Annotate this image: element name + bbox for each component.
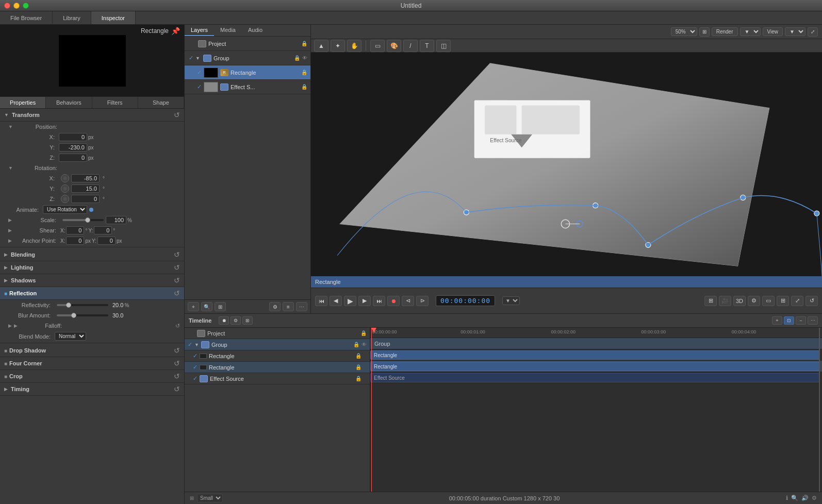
drop-shadow-header[interactable]: ■ Drop Shadow ↺ bbox=[0, 344, 184, 357]
add-layer-btn[interactable]: + bbox=[188, 302, 199, 311]
four-corner-reset[interactable]: ↺ bbox=[174, 359, 180, 367]
playhead-marker[interactable] bbox=[371, 328, 376, 333]
go-to-end-btn[interactable]: ⏭ bbox=[373, 296, 385, 306]
tl-effect-bar[interactable]: Effect Source bbox=[370, 373, 820, 382]
layer-rectangle[interactable]: ✓ R Rectangle 🔒 bbox=[185, 65, 310, 80]
paint-tool[interactable]: 🎨 bbox=[387, 40, 401, 52]
tl-effect-check[interactable]: ✓ bbox=[193, 375, 198, 382]
timeline-fit-btn[interactable]: ⊡ bbox=[784, 316, 794, 325]
expand-canvas-btn[interactable]: ⤢ bbox=[808, 27, 818, 37]
canvas-settings-btn[interactable]: ⊞ bbox=[704, 296, 717, 306]
blur-slider[interactable] bbox=[57, 314, 108, 316]
pin-icon[interactable]: 📌 bbox=[171, 27, 180, 35]
pos-y-input[interactable] bbox=[59, 143, 87, 152]
layer-settings-btn[interactable]: ⚙ bbox=[269, 302, 281, 311]
pan-tool[interactable]: ✋ bbox=[347, 40, 361, 52]
size-select[interactable]: Small bbox=[197, 494, 223, 502]
timeline-rect2-row[interactable]: ✓ Rectangle 🔒 bbox=[185, 362, 370, 373]
next-keyframe-btn[interactable]: ⊳ bbox=[416, 296, 429, 306]
layer-project[interactable]: Project 🔒 bbox=[185, 37, 310, 51]
timeline-more[interactable]: ⋯ bbox=[808, 316, 818, 325]
tl-group-check[interactable]: ✓ bbox=[188, 341, 192, 348]
scale-input[interactable] bbox=[106, 216, 126, 224]
tab-filters[interactable]: Filters bbox=[92, 97, 138, 108]
canvas-extra-btn[interactable]: ⚙ bbox=[748, 296, 760, 306]
status-volume-icon[interactable]: 🔊 bbox=[801, 495, 809, 501]
tl-rect1-check[interactable]: ✓ bbox=[193, 352, 198, 359]
timecode-format-select[interactable]: ▼ bbox=[502, 296, 520, 305]
tab-layers[interactable]: Layers bbox=[185, 25, 214, 36]
group-check[interactable]: ✓ bbox=[189, 55, 193, 61]
tab-properties[interactable]: Properties bbox=[0, 97, 46, 108]
tl-rect1-bar[interactable]: Rectangle bbox=[370, 350, 820, 360]
prev-keyframe-btn[interactable]: ⊲ bbox=[402, 296, 414, 306]
transform-section-header[interactable]: ▼ Transform ↺ bbox=[0, 109, 184, 122]
go-to-start-btn[interactable]: ⏮ bbox=[315, 296, 327, 306]
tab-inspector[interactable]: Inspector bbox=[91, 11, 136, 24]
crop-header[interactable]: ■ Crop ↺ bbox=[0, 370, 184, 383]
transform-tool[interactable]: ✦ bbox=[331, 40, 345, 52]
reflectivity-slider[interactable] bbox=[57, 304, 108, 306]
rot-y-input[interactable] bbox=[71, 184, 100, 193]
view-select[interactable]: ▼ bbox=[785, 27, 805, 36]
window-controls[interactable] bbox=[4, 3, 29, 9]
layer-more-btn[interactable]: ⋯ bbox=[296, 302, 307, 311]
play-btn[interactable]: ▶ bbox=[344, 296, 356, 306]
tab-file-browser[interactable]: File Browser bbox=[0, 11, 53, 24]
tl-rect2-check[interactable]: ✓ bbox=[193, 364, 198, 371]
anchor-x-input[interactable] bbox=[66, 237, 84, 245]
timecode-display[interactable]: 00:00:00:00 bbox=[436, 295, 495, 306]
close-button[interactable] bbox=[4, 3, 10, 9]
pos-z-input[interactable] bbox=[59, 154, 87, 162]
blending-reset[interactable]: ↺ bbox=[174, 250, 180, 259]
timeline-group-row[interactable]: ✓ ▼ Group 🔒 👁 bbox=[185, 339, 370, 350]
camera-btn[interactable]: 🎥 bbox=[719, 296, 731, 306]
transform-reset[interactable]: ↺ bbox=[174, 111, 180, 119]
timing-header[interactable]: ▶ Timing ↺ bbox=[0, 383, 184, 396]
tab-behaviors[interactable]: Behaviors bbox=[46, 97, 92, 108]
grid-layer-btn[interactable]: ⊞ bbox=[215, 302, 226, 311]
layer-effect-source[interactable]: ✓ Effect S... 🔒 bbox=[185, 80, 310, 94]
maximize-button[interactable] bbox=[23, 3, 29, 9]
shape-tool[interactable]: ▭ bbox=[370, 40, 385, 52]
text-tool[interactable]: T bbox=[420, 40, 434, 52]
record-btn[interactable]: ⏺ bbox=[387, 296, 400, 306]
canvas-layout-btn[interactable]: ▭ bbox=[762, 296, 775, 306]
timeline-zoom-in[interactable]: + bbox=[772, 316, 782, 325]
rot-z-knob[interactable] bbox=[61, 195, 69, 203]
status-settings-icon[interactable]: ⚙ bbox=[812, 495, 817, 501]
lighting-reset[interactable]: ↺ bbox=[174, 263, 180, 272]
tab-audio[interactable]: Audio bbox=[242, 25, 269, 36]
3d-btn[interactable]: 3D bbox=[733, 296, 746, 306]
next-frame-btn[interactable]: ▶ bbox=[358, 296, 371, 306]
layer-sort-btn[interactable]: ≡ bbox=[283, 302, 294, 311]
select-tool[interactable]: ▲ bbox=[314, 40, 328, 52]
timeline-grid-btn[interactable]: ⊞ bbox=[242, 316, 253, 325]
timeline-effect-row[interactable]: ✓ Effect Source 🔒 bbox=[185, 373, 370, 384]
timeline-rect1-row[interactable]: ✓ Rectangle 🔒 bbox=[185, 350, 370, 362]
blend-mode-select[interactable]: Normal bbox=[55, 332, 86, 341]
line-tool[interactable]: / bbox=[403, 40, 418, 52]
mask-tool[interactable]: ◫ bbox=[436, 40, 451, 52]
tab-media[interactable]: Media bbox=[214, 25, 242, 36]
canvas-fullscreen-btn[interactable]: ⤢ bbox=[791, 296, 803, 306]
canvas-grid-btn[interactable]: ⊞ bbox=[777, 296, 789, 306]
zoom-select[interactable]: 50% bbox=[671, 27, 697, 36]
shadows-reset[interactable]: ↺ bbox=[174, 276, 180, 284]
drop-shadow-reset[interactable]: ↺ bbox=[174, 346, 180, 355]
layer-group[interactable]: ✓ ▼ Group 🔒 👁 bbox=[185, 51, 310, 65]
falloff-reset[interactable]: ↺ bbox=[175, 323, 180, 329]
render-select[interactable]: ▼ bbox=[740, 27, 761, 36]
scale-slider[interactable] bbox=[62, 219, 104, 221]
timing-reset[interactable]: ↺ bbox=[174, 385, 180, 393]
tab-library[interactable]: Library bbox=[53, 11, 91, 24]
tab-shape[interactable]: Shape bbox=[138, 97, 184, 108]
shear-x-input[interactable] bbox=[66, 226, 84, 234]
timeline-zoom-out[interactable]: − bbox=[796, 316, 806, 325]
reflection-section-header[interactable]: ■ Reflection ↺ bbox=[0, 287, 184, 300]
timeline-project-row[interactable]: Project 🔒 bbox=[185, 328, 370, 339]
pos-x-input[interactable] bbox=[59, 133, 87, 141]
animate-select[interactable]: Use Rotation bbox=[43, 205, 87, 214]
timeline-record-btn[interactable]: ⏺ bbox=[219, 316, 229, 325]
timeline-settings-btn[interactable]: ⚙ bbox=[231, 316, 241, 325]
